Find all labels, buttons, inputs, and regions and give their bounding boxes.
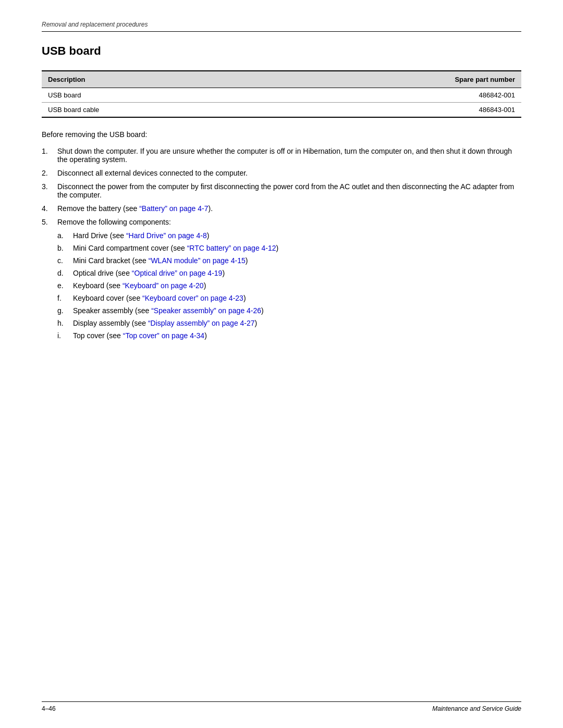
- before-removing-text: Before removing the USB board:: [42, 130, 521, 139]
- sub-item-label: d.: [57, 269, 73, 277]
- sub-item-label: g.: [57, 306, 73, 315]
- sub-item-label: f.: [57, 294, 73, 302]
- sub-item-content: Mini Card bracket (see “WLAN module” on …: [73, 256, 521, 265]
- sub-item-content: Keyboard (see “Keyboard” on page 4-20): [73, 281, 521, 290]
- list-item-number: 5.: [42, 218, 57, 226]
- breadcrumb-text: Removal and replacement procedures: [42, 21, 148, 28]
- sub-list-item: h.Display assembly (see “Display assembl…: [57, 319, 521, 327]
- sub-doc-link[interactable]: “Keyboard cover” on page 4-23: [142, 294, 243, 302]
- sub-item-label: h.: [57, 319, 73, 327]
- list-item: 1.Shut down the computer. If you are uns…: [42, 147, 521, 164]
- parts-table-body: USB board486842-001USB board cable486843…: [42, 88, 521, 118]
- table-cell-part-number: 486843-001: [266, 103, 521, 118]
- table-cell-description: USB board: [42, 88, 266, 103]
- sub-doc-link[interactable]: “Top cover” on page 4-34: [123, 331, 204, 340]
- sub-item-content: Speaker assembly (see “Speaker assembly”…: [73, 306, 521, 315]
- sub-doc-link[interactable]: “WLAN module” on page 4-15: [149, 256, 246, 265]
- table-header-row: Description Spare part number: [42, 71, 521, 88]
- list-item-number: 4.: [42, 204, 57, 213]
- sub-list-item: c.Mini Card bracket (see “WLAN module” o…: [57, 256, 521, 265]
- sub-list-item: a.Hard Drive (see “Hard Drive” on page 4…: [57, 231, 521, 240]
- list-item-content: Disconnect all external devices connecte…: [57, 169, 521, 177]
- sub-item-label: a.: [57, 231, 73, 240]
- sub-list-item: g.Speaker assembly (see “Speaker assembl…: [57, 306, 521, 315]
- list-item: 4.Remove the battery (see “Battery” on p…: [42, 204, 521, 213]
- footer-page-number: 4–46: [42, 705, 56, 712]
- sub-item-content: Hard Drive (see “Hard Drive” on page 4-8…: [73, 231, 521, 240]
- parts-table: Description Spare part number USB board4…: [42, 70, 521, 118]
- sub-list-item: f.Keyboard cover (see “Keyboard cover” o…: [57, 294, 521, 302]
- sub-doc-link[interactable]: “Keyboard” on page 4-20: [123, 281, 204, 290]
- list-item-number: 1.: [42, 147, 57, 155]
- main-steps-list: 1.Shut down the computer. If you are uns…: [42, 147, 521, 344]
- list-item-number: 3.: [42, 182, 57, 191]
- sub-list-item: d.Optical drive (see “Optical drive” on …: [57, 269, 521, 277]
- footer-guide-name: Maintenance and Service Guide: [432, 705, 521, 712]
- page-title: USB board: [42, 44, 521, 58]
- sub-doc-link[interactable]: “Hard Drive” on page 4-8: [126, 231, 207, 240]
- sub-item-content: Mini Card compartment cover (see “RTC ba…: [73, 244, 521, 252]
- sub-doc-link[interactable]: “Optical drive” on page 4-19: [132, 269, 223, 277]
- sub-item-label: b.: [57, 244, 73, 252]
- sub-item-content: Top cover (see “Top cover” on page 4-34): [73, 331, 521, 340]
- list-item: 3.Disconnect the power from the computer…: [42, 182, 521, 199]
- sub-item-label: c.: [57, 256, 73, 265]
- list-item: 2.Disconnect all external devices connec…: [42, 169, 521, 177]
- sub-doc-link[interactable]: “Speaker assembly” on page 4-26: [151, 306, 261, 315]
- table-row: USB board cable486843-001: [42, 103, 521, 118]
- list-item: 5.Remove the following components:a.Hard…: [42, 218, 521, 344]
- sub-doc-link[interactable]: “Display assembly” on page 4-27: [148, 319, 255, 327]
- sub-list-item: b.Mini Card compartment cover (see “RTC …: [57, 244, 521, 252]
- sub-item-content: Display assembly (see “Display assembly”…: [73, 319, 521, 327]
- list-item-content: Remove the battery (see “Battery” on pag…: [57, 204, 521, 213]
- sub-item-content: Optical drive (see “Optical drive” on pa…: [73, 269, 521, 277]
- sub-item-label: e.: [57, 281, 73, 290]
- list-item-content: Shut down the computer. If you are unsur…: [57, 147, 521, 164]
- col-description-header: Description: [42, 71, 266, 88]
- table-row: USB board486842-001: [42, 88, 521, 103]
- table-cell-part-number: 486842-001: [266, 88, 521, 103]
- sub-item-content: Keyboard cover (see “Keyboard cover” on …: [73, 294, 521, 302]
- sub-list: a.Hard Drive (see “Hard Drive” on page 4…: [57, 231, 521, 340]
- list-item-number: 2.: [42, 169, 57, 177]
- sub-list-item: i.Top cover (see “Top cover” on page 4-3…: [57, 331, 521, 340]
- col-part-number-header: Spare part number: [266, 71, 521, 88]
- page-footer: 4–46 Maintenance and Service Guide: [42, 701, 521, 712]
- breadcrumb: Removal and replacement procedures: [42, 21, 521, 32]
- list-item-content: Disconnect the power from the computer b…: [57, 182, 521, 199]
- sub-doc-link[interactable]: “RTC battery” on page 4-12: [187, 244, 276, 252]
- list-item-content: Remove the following components:a.Hard D…: [57, 218, 521, 344]
- page-container: Removal and replacement procedures USB b…: [0, 0, 563, 728]
- table-cell-description: USB board cable: [42, 103, 266, 118]
- doc-link[interactable]: “Battery” on page 4-7: [139, 204, 208, 213]
- sub-item-label: i.: [57, 331, 73, 340]
- sub-list-item: e.Keyboard (see “Keyboard” on page 4-20): [57, 281, 521, 290]
